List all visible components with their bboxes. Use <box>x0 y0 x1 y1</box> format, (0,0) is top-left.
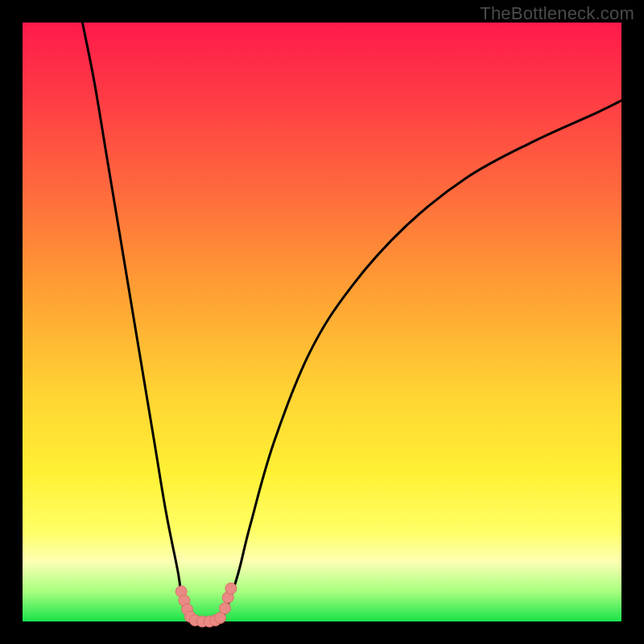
data-marker <box>225 583 237 594</box>
chart-svg <box>23 23 621 621</box>
curve-left-branch <box>82 23 190 621</box>
chart-frame: TheBottleneck.com <box>0 0 644 644</box>
data-marker <box>219 603 230 614</box>
curve-right-branch <box>221 101 621 621</box>
data-markers <box>175 583 237 627</box>
watermark-text: TheBottleneck.com <box>480 3 634 24</box>
plot-area <box>23 23 621 621</box>
